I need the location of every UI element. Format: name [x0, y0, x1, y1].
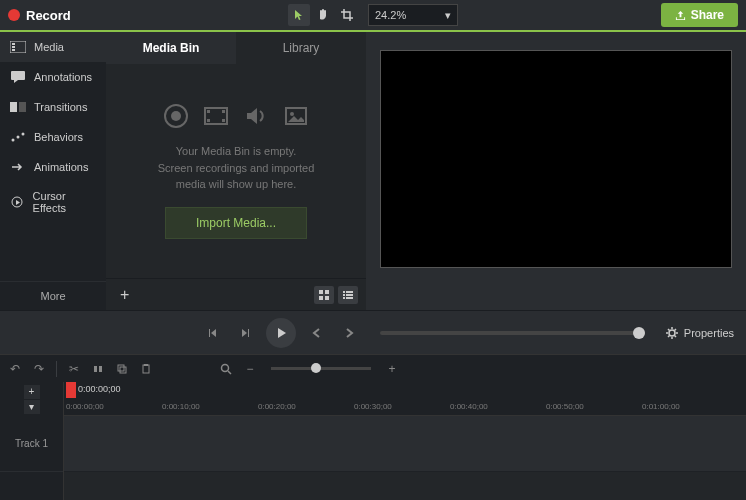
svg-rect-5	[10, 102, 17, 112]
share-button[interactable]: Share	[661, 3, 738, 27]
svg-point-8	[17, 136, 20, 139]
svg-rect-25	[346, 291, 353, 293]
hand-tool[interactable]	[312, 4, 334, 26]
split-button[interactable]	[89, 360, 107, 378]
current-timecode: 0:00:00;00	[78, 384, 121, 394]
track-header-1[interactable]: Track 1	[0, 416, 63, 472]
sidebar-item-behaviors[interactable]: Behaviors	[0, 122, 106, 152]
sidebar-item-annotations[interactable]: Annotations	[0, 62, 106, 92]
zoom-dropdown[interactable]: 24.2% ▾	[368, 4, 458, 26]
svg-rect-14	[207, 110, 210, 113]
zoom-fit-button[interactable]	[217, 360, 235, 378]
svg-rect-36	[144, 364, 148, 366]
tab-library[interactable]: Library	[236, 32, 366, 64]
ruler-tick: 0:00:40;00	[450, 402, 488, 411]
preview-canvas[interactable]	[380, 50, 732, 268]
cut-button[interactable]: ✂	[65, 360, 83, 378]
zoom-in-button[interactable]: +	[383, 360, 401, 378]
tab-media-bin[interactable]: Media Bin	[106, 32, 236, 64]
svg-rect-1	[12, 43, 15, 45]
sidebar-item-label: Transitions	[34, 101, 87, 113]
sidebar-item-animations[interactable]: Animations	[0, 152, 106, 182]
next-marker-button[interactable]	[338, 322, 360, 344]
svg-rect-32	[99, 366, 102, 372]
svg-rect-35	[143, 365, 149, 373]
preview-area	[366, 32, 746, 310]
scrubber-handle[interactable]	[633, 327, 645, 339]
ruler-tick: 0:00:30;00	[354, 402, 392, 411]
sidebar-item-cursor-effects[interactable]: Cursor Effects	[0, 182, 106, 222]
prev-frame-button[interactable]	[202, 322, 224, 344]
svg-rect-15	[207, 119, 210, 122]
redo-button[interactable]: ↷	[30, 360, 48, 378]
svg-rect-34	[120, 367, 126, 373]
timeline-zoom-slider[interactable]	[271, 367, 371, 370]
more-label: More	[40, 290, 65, 302]
svg-rect-26	[343, 294, 345, 296]
sidebar-item-label: Annotations	[34, 71, 92, 83]
timeline-track-1[interactable]	[64, 416, 746, 472]
share-icon	[675, 10, 686, 21]
ruler-tick: 0:00:10;00	[162, 402, 200, 411]
sidebar: Media Annotations Transitions Behaviors …	[0, 32, 106, 310]
paste-button[interactable]	[137, 360, 155, 378]
ruler-tick: 0:00:50;00	[546, 402, 584, 411]
next-frame-button[interactable]	[234, 322, 256, 344]
audio-media-icon	[243, 103, 269, 129]
svg-rect-6	[19, 102, 26, 112]
video-media-icon	[203, 103, 229, 129]
zoom-slider-handle[interactable]	[311, 363, 321, 373]
properties-button[interactable]: Properties	[665, 326, 734, 340]
svg-point-7	[12, 139, 15, 142]
prev-marker-button[interactable]	[306, 322, 328, 344]
add-media-button[interactable]: +	[114, 286, 135, 304]
cursor-effects-icon	[10, 195, 25, 209]
timeline-ruler[interactable]: 0:00:00;00 0:00:00;00 0:00:10;00 0:00:20…	[64, 382, 746, 416]
list-view-button[interactable]	[338, 286, 358, 304]
ruler-tick: 0:00:20;00	[258, 402, 296, 411]
svg-rect-16	[222, 110, 225, 113]
media-type-icons	[163, 103, 309, 129]
media-bin-panel: Media Bin Library Your Media Bin is empt…	[106, 32, 366, 310]
play-button[interactable]	[266, 318, 296, 348]
ruler-tick: 0:01:00;00	[642, 402, 680, 411]
cursor-tool[interactable]	[288, 4, 310, 26]
svg-rect-22	[319, 296, 323, 300]
ruler-tick: 0:00:00;00	[66, 402, 104, 411]
record-media-icon	[163, 103, 189, 129]
sidebar-item-label: Behaviors	[34, 131, 83, 143]
crop-tool[interactable]	[336, 4, 358, 26]
svg-point-30	[669, 330, 675, 336]
behaviors-icon	[10, 130, 26, 144]
playhead[interactable]	[66, 382, 76, 398]
playback-bar: Properties	[0, 310, 746, 354]
media-icon	[10, 40, 26, 54]
timeline: + ▾ Track 1 0:00:00;00 0:00:00;00 0:00:1…	[0, 382, 746, 500]
sidebar-item-transitions[interactable]: Transitions	[0, 92, 106, 122]
copy-button[interactable]	[113, 360, 131, 378]
sidebar-item-media[interactable]: Media	[0, 32, 106, 62]
chevron-down-icon: ▾	[445, 9, 451, 22]
record-button[interactable]: Record	[8, 8, 71, 23]
record-icon	[8, 9, 20, 21]
sidebar-item-label: Cursor Effects	[33, 190, 96, 214]
record-label: Record	[26, 8, 71, 23]
svg-rect-2	[12, 46, 15, 48]
playback-scrubber[interactable]	[380, 331, 645, 335]
svg-rect-21	[325, 290, 329, 294]
svg-rect-4	[11, 71, 25, 80]
svg-rect-24	[343, 291, 345, 293]
svg-point-12	[171, 111, 181, 121]
sidebar-more-button[interactable]: More	[0, 281, 106, 310]
svg-rect-17	[222, 119, 225, 122]
collapse-track-button[interactable]: ▾	[24, 400, 40, 414]
undo-button[interactable]: ↶	[6, 360, 24, 378]
animations-icon	[10, 160, 26, 174]
zoom-out-button[interactable]: −	[241, 360, 259, 378]
grid-view-button[interactable]	[314, 286, 334, 304]
import-media-button[interactable]: Import Media...	[165, 207, 307, 239]
svg-rect-20	[319, 290, 323, 294]
add-track-button[interactable]: +	[24, 385, 40, 399]
sidebar-item-label: Media	[34, 41, 64, 53]
sidebar-item-label: Animations	[34, 161, 88, 173]
